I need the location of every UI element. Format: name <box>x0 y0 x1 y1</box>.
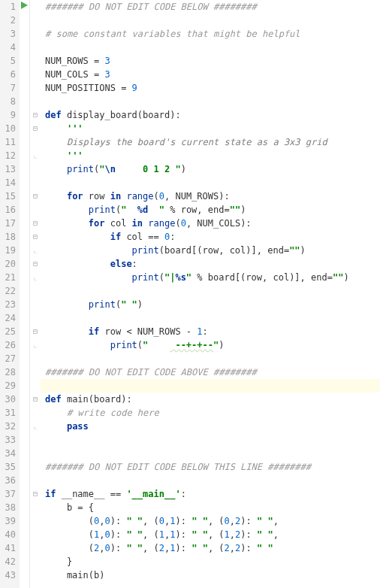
fold-gutter[interactable] <box>30 0 41 588</box>
line-number[interactable]: 21 <box>0 271 20 284</box>
fold-toggle-icon[interactable] <box>30 487 41 501</box>
fold-toggle-icon[interactable] <box>30 325 41 338</box>
code-line[interactable]: # some constant variables that might be … <box>41 27 380 41</box>
line-number-gutter[interactable]: 1234567891011121314151617181920212223242… <box>0 0 20 588</box>
code-line[interactable]: if col == 0: <box>41 230 380 244</box>
line-number[interactable]: 26 <box>0 338 20 352</box>
line-number[interactable]: 35 <box>0 460 20 474</box>
code-line[interactable]: print(" ") <box>41 298 380 311</box>
line-number[interactable]: 17 <box>0 217 20 230</box>
line-number[interactable]: 15 <box>0 189 20 203</box>
line-number[interactable]: 27 <box>0 352 20 365</box>
code-line[interactable]: for col in range(0, NUM_COLS): <box>41 217 380 230</box>
line-number[interactable]: 18 <box>0 230 20 244</box>
line-number[interactable]: 11 <box>0 135 20 149</box>
code-line[interactable]: def display_board(board): <box>41 108 380 122</box>
line-number[interactable]: 14 <box>0 176 20 189</box>
code-line[interactable] <box>41 379 380 393</box>
code-line[interactable] <box>41 447 380 460</box>
line-number[interactable]: 31 <box>0 406 20 420</box>
line-number[interactable]: 41 <box>0 541 20 555</box>
fold-toggle-icon[interactable] <box>30 108 41 122</box>
code-line[interactable]: print(board[(row, col)], end="") <box>41 244 380 257</box>
code-line[interactable]: ####### DO NOT EDIT CODE BELOW THIS LINE… <box>41 460 380 474</box>
line-number[interactable]: 42 <box>0 555 20 568</box>
code-line[interactable] <box>41 14 380 27</box>
line-number[interactable]: 8 <box>0 95 20 108</box>
code-line[interactable]: if row < NUM_ROWS - 1: <box>41 325 380 338</box>
code-line[interactable]: print("\n 0 1 2 ") <box>41 162 380 176</box>
line-number[interactable]: 2 <box>0 14 20 27</box>
line-number[interactable]: 30 <box>0 393 20 406</box>
code-line[interactable] <box>41 95 380 108</box>
code-line[interactable]: print(" --+-+--") <box>41 338 380 352</box>
line-number[interactable]: 1 <box>0 0 20 14</box>
code-line[interactable]: ''' <box>41 149 380 162</box>
line-number[interactable]: 29 <box>0 379 20 393</box>
line-number[interactable]: 37 <box>0 487 20 501</box>
code-line[interactable]: ####### DO NOT EDIT CODE ABOVE ######## <box>41 365 380 379</box>
line-number[interactable]: 25 <box>0 325 20 338</box>
line-number[interactable]: 4 <box>0 41 20 54</box>
code-line[interactable]: if __name__ == '__main__': <box>41 487 380 501</box>
line-number[interactable]: 3 <box>0 27 20 41</box>
code-line[interactable] <box>41 474 380 487</box>
line-number[interactable]: 32 <box>0 420 20 433</box>
line-number[interactable]: 33 <box>0 433 20 447</box>
code-line[interactable] <box>41 311 380 325</box>
run-icon[interactable] <box>20 2 29 15</box>
fold-toggle-icon[interactable] <box>30 122 41 135</box>
line-number[interactable]: 39 <box>0 514 20 528</box>
code-line[interactable]: NUM_POSITIONS = 9 <box>41 81 380 95</box>
code-line[interactable]: print(" %d " % row, end="") <box>41 203 380 217</box>
code-line[interactable]: NUM_ROWS = 3 <box>41 54 380 68</box>
code-line[interactable]: (2,0): " ", (2,1): " ", (2,2): " " <box>41 541 380 555</box>
line-number[interactable]: 36 <box>0 474 20 487</box>
code-line[interactable]: NUM_COLS = 3 <box>41 68 380 81</box>
code-line[interactable]: (1,0): " ", (1,1): " ", (1,2): " ", <box>41 528 380 541</box>
line-number[interactable]: 24 <box>0 311 20 325</box>
code-line[interactable]: # write code here <box>41 406 380 420</box>
code-line[interactable]: ''' <box>41 122 380 135</box>
code-area[interactable]: ####### DO NOT EDIT CODE BELOW #########… <box>41 0 380 588</box>
code-line[interactable]: } <box>41 555 380 568</box>
line-number[interactable]: 12 <box>0 149 20 162</box>
fold-toggle-icon[interactable] <box>30 393 41 406</box>
code-line[interactable]: main(b) <box>41 568 380 582</box>
code-line[interactable]: else: <box>41 257 380 271</box>
fold-toggle-icon[interactable] <box>30 189 41 203</box>
line-number[interactable]: 40 <box>0 528 20 541</box>
code-line[interactable]: (0,0): " ", (0,1): " ", (0,2): " ", <box>41 514 380 528</box>
code-line[interactable] <box>41 284 380 298</box>
line-number[interactable]: 22 <box>0 284 20 298</box>
code-line[interactable]: for row in range(0, NUM_ROWS): <box>41 189 380 203</box>
code-line[interactable] <box>41 41 380 54</box>
code-line[interactable]: print("|%s" % board[(row, col)], end="") <box>41 271 380 284</box>
line-number[interactable]: 6 <box>0 68 20 81</box>
line-number[interactable]: 9 <box>0 108 20 122</box>
line-number[interactable]: 10 <box>0 122 20 135</box>
line-number[interactable]: 34 <box>0 447 20 460</box>
fold-toggle-icon[interactable] <box>30 230 41 244</box>
code-line[interactable]: b = { <box>41 501 380 514</box>
line-number[interactable]: 43 <box>0 568 20 582</box>
line-number[interactable]: 38 <box>0 501 20 514</box>
code-editor[interactable]: 1234567891011121314151617181920212223242… <box>0 0 380 588</box>
code-line[interactable] <box>41 352 380 365</box>
code-line[interactable]: Displays the board's current state as a … <box>41 135 380 149</box>
fold-toggle-icon[interactable] <box>30 257 41 271</box>
line-number[interactable]: 19 <box>0 244 20 257</box>
line-number[interactable]: 23 <box>0 298 20 311</box>
line-number[interactable]: 20 <box>0 257 20 271</box>
code-line[interactable] <box>41 176 380 189</box>
line-number[interactable]: 7 <box>0 81 20 95</box>
line-number[interactable]: 16 <box>0 203 20 217</box>
line-number[interactable]: 13 <box>0 162 20 176</box>
code-line[interactable]: def main(board): <box>41 393 380 406</box>
line-number[interactable]: 28 <box>0 365 20 379</box>
fold-toggle-icon[interactable] <box>30 217 41 230</box>
run-gutter[interactable] <box>20 0 30 588</box>
code-line[interactable]: ####### DO NOT EDIT CODE BELOW ######## <box>41 0 380 14</box>
code-line[interactable]: pass <box>41 420 380 433</box>
code-line[interactable] <box>41 433 380 447</box>
